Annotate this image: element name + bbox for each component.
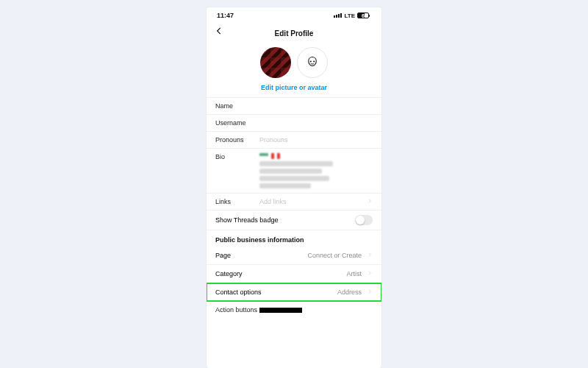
chevron-right-icon [367, 289, 373, 296]
threads-badge-label: Show Threads badge [215, 216, 278, 224]
chevron-right-icon [367, 198, 373, 205]
signal-icon [334, 13, 342, 18]
contact-options-row[interactable]: Contact options Address [207, 283, 381, 301]
business-section-title: Public business information [207, 230, 381, 247]
back-button[interactable] [214, 26, 224, 39]
status-bar: 11:47 LTE 62 [207, 7, 381, 24]
username-row[interactable]: Username [207, 115, 381, 131]
category-value: Artist [346, 270, 362, 277]
category-row[interactable]: Category Artist [207, 265, 381, 283]
status-time: 11:47 [217, 12, 234, 19]
links-label: Links [215, 198, 259, 205]
username-value [259, 119, 373, 127]
chevron-right-icon [367, 252, 373, 259]
action-buttons-label: Action buttons [215, 306, 257, 314]
action-buttons-row[interactable]: Action buttons [207, 302, 381, 314]
edit-picture-link[interactable]: Edit picture or avatar [207, 79, 381, 97]
chevron-left-icon [214, 26, 224, 36]
page-row[interactable]: Page Connect or Create [207, 247, 381, 264]
pronouns-label: Pronouns [215, 136, 259, 144]
pronouns-placeholder: Pronouns [259, 136, 373, 144]
threads-badge-row: Show Threads badge [207, 210, 381, 230]
name-label: Name [215, 102, 259, 110]
profile-picture[interactable] [260, 47, 291, 78]
contact-options-value: Address [337, 289, 362, 296]
redacted-bar [259, 308, 302, 313]
contact-options-label: Contact options [215, 289, 262, 296]
svg-point-1 [314, 61, 315, 62]
threads-badge-toggle[interactable] [355, 215, 373, 225]
page-title: Edit Profile [275, 29, 314, 38]
network-label: LTE [344, 13, 355, 19]
status-indicators: LTE 62 [334, 13, 371, 19]
svg-point-0 [310, 61, 311, 62]
page-value: Connect or Create [307, 252, 362, 259]
name-row[interactable]: Name [207, 98, 381, 114]
links-row[interactable]: Links Add links [207, 194, 381, 210]
avatar-row [207, 43, 381, 79]
category-label: Category [215, 270, 243, 277]
chevron-right-icon [367, 270, 373, 277]
avatar-face-icon [306, 56, 319, 69]
pronouns-row[interactable]: Pronouns Pronouns [207, 132, 381, 148]
navbar: Edit Profile [207, 24, 381, 43]
bio-label: Bio [215, 153, 259, 160]
username-label: Username [215, 119, 259, 127]
links-placeholder: Add links [259, 198, 364, 205]
bio-value [259, 153, 373, 188]
name-value [259, 102, 373, 110]
avatar-option[interactable] [297, 47, 328, 78]
page-label: Page [215, 252, 231, 259]
phone-frame: 11:47 LTE 62 Edit Profile Edit picture o… [207, 7, 381, 368]
bio-row[interactable]: Bio [207, 149, 381, 193]
